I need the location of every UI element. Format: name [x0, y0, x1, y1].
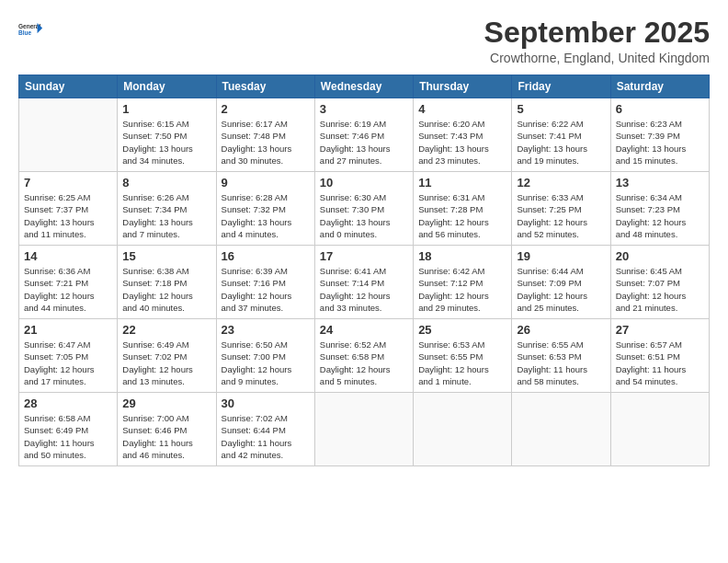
calendar-day-cell: 14Sunrise: 6:36 AM Sunset: 7:21 PM Dayli… — [19, 246, 118, 319]
calendar-day-cell: 16Sunrise: 6:39 AM Sunset: 7:16 PM Dayli… — [216, 246, 314, 319]
calendar-week-row: 21Sunrise: 6:47 AM Sunset: 7:05 PM Dayli… — [19, 319, 710, 393]
day-of-week-header: Friday — [512, 75, 610, 98]
day-number: 16 — [222, 249, 310, 263]
day-number: 7 — [24, 176, 112, 190]
day-of-week-header: Monday — [118, 75, 216, 98]
day-number: 12 — [517, 176, 605, 190]
day-number: 10 — [320, 176, 408, 190]
day-info: Sunrise: 6:17 AM Sunset: 7:48 PM Dayligh… — [222, 118, 310, 167]
calendar-day-cell: 29Sunrise: 7:00 AM Sunset: 6:46 PM Dayli… — [118, 393, 216, 466]
calendar-day-cell: 2Sunrise: 6:17 AM Sunset: 7:48 PM Daylig… — [216, 98, 314, 172]
day-info: Sunrise: 6:53 AM Sunset: 6:55 PM Dayligh… — [418, 339, 506, 387]
calendar-day-cell: 4Sunrise: 6:20 AM Sunset: 7:43 PM Daylig… — [414, 98, 512, 172]
day-number: 4 — [418, 102, 506, 116]
day-info: Sunrise: 6:22 AM Sunset: 7:41 PM Dayligh… — [517, 118, 605, 167]
day-info: Sunrise: 6:55 AM Sunset: 6:53 PM Dayligh… — [517, 339, 605, 387]
calendar-week-row: 28Sunrise: 6:58 AM Sunset: 6:49 PM Dayli… — [19, 393, 710, 466]
day-info: Sunrise: 6:44 AM Sunset: 7:09 PM Dayligh… — [517, 265, 605, 314]
calendar-week-row: 14Sunrise: 6:36 AM Sunset: 7:21 PM Dayli… — [19, 246, 710, 319]
title-block: September 2025 Crowthorne, England, Unit… — [484, 17, 710, 65]
day-info: Sunrise: 7:00 AM Sunset: 6:46 PM Dayligh… — [122, 412, 210, 461]
day-info: Sunrise: 6:15 AM Sunset: 7:50 PM Dayligh… — [122, 118, 210, 167]
calendar-day-cell: 10Sunrise: 6:30 AM Sunset: 7:30 PM Dayli… — [314, 172, 413, 246]
day-number: 18 — [418, 249, 506, 263]
day-of-week-header: Wednesday — [314, 75, 413, 98]
calendar-day-cell: 15Sunrise: 6:38 AM Sunset: 7:18 PM Dayli… — [118, 246, 216, 319]
calendar-day-cell: 27Sunrise: 6:57 AM Sunset: 6:51 PM Dayli… — [610, 319, 709, 393]
logo-icon: GeneralBlue — [18, 17, 44, 42]
day-info: Sunrise: 6:23 AM Sunset: 7:39 PM Dayligh… — [616, 118, 704, 167]
calendar-day-cell: 6Sunrise: 6:23 AM Sunset: 7:39 PM Daylig… — [610, 98, 709, 172]
day-info: Sunrise: 6:31 AM Sunset: 7:28 PM Dayligh… — [418, 191, 506, 240]
day-info: Sunrise: 6:30 AM Sunset: 7:30 PM Dayligh… — [320, 191, 408, 240]
day-number: 13 — [616, 176, 704, 190]
day-number: 14 — [24, 249, 112, 263]
month-title: September 2025 — [484, 17, 710, 49]
calendar-table: SundayMondayTuesdayWednesdayThursdayFrid… — [18, 75, 710, 466]
day-number: 8 — [122, 176, 210, 190]
calendar-day-cell — [610, 393, 709, 466]
day-info: Sunrise: 6:47 AM Sunset: 7:05 PM Dayligh… — [24, 339, 112, 387]
day-number: 28 — [24, 396, 112, 410]
page-header: GeneralBlue September 2025 Crowthorne, E… — [18, 17, 710, 65]
day-number: 1 — [122, 102, 210, 116]
calendar-day-cell: 13Sunrise: 6:34 AM Sunset: 7:23 PM Dayli… — [610, 172, 709, 246]
day-number: 20 — [616, 249, 704, 263]
day-info: Sunrise: 6:58 AM Sunset: 6:49 PM Dayligh… — [24, 412, 112, 461]
day-number: 25 — [418, 323, 506, 337]
day-info: Sunrise: 6:20 AM Sunset: 7:43 PM Dayligh… — [418, 118, 506, 167]
location-subtitle: Crowthorne, England, United Kingdom — [484, 51, 710, 65]
calendar-week-row: 7Sunrise: 6:25 AM Sunset: 7:37 PM Daylig… — [19, 172, 710, 246]
day-info: Sunrise: 6:19 AM Sunset: 7:46 PM Dayligh… — [320, 118, 408, 167]
day-of-week-header: Thursday — [414, 75, 512, 98]
day-info: Sunrise: 6:41 AM Sunset: 7:14 PM Dayligh… — [320, 265, 408, 314]
day-info: Sunrise: 6:52 AM Sunset: 6:58 PM Dayligh… — [320, 339, 408, 387]
day-info: Sunrise: 6:49 AM Sunset: 7:02 PM Dayligh… — [122, 339, 210, 387]
calendar-day-cell: 25Sunrise: 6:53 AM Sunset: 6:55 PM Dayli… — [414, 319, 512, 393]
calendar-day-cell: 3Sunrise: 6:19 AM Sunset: 7:46 PM Daylig… — [314, 98, 413, 172]
day-info: Sunrise: 6:28 AM Sunset: 7:32 PM Dayligh… — [222, 191, 310, 240]
day-info: Sunrise: 6:33 AM Sunset: 7:25 PM Dayligh… — [517, 191, 605, 240]
day-info: Sunrise: 6:25 AM Sunset: 7:37 PM Dayligh… — [24, 191, 112, 240]
day-number: 30 — [222, 396, 310, 410]
day-number: 6 — [616, 102, 704, 116]
day-of-week-header: Sunday — [19, 75, 118, 98]
day-number: 3 — [320, 102, 408, 116]
day-info: Sunrise: 6:50 AM Sunset: 7:00 PM Dayligh… — [222, 339, 310, 387]
calendar-day-cell: 28Sunrise: 6:58 AM Sunset: 6:49 PM Dayli… — [19, 393, 118, 466]
day-number: 24 — [320, 323, 408, 337]
day-number: 9 — [222, 176, 310, 190]
calendar-day-cell: 5Sunrise: 6:22 AM Sunset: 7:41 PM Daylig… — [512, 98, 610, 172]
calendar-day-cell: 22Sunrise: 6:49 AM Sunset: 7:02 PM Dayli… — [118, 319, 216, 393]
calendar-day-cell: 19Sunrise: 6:44 AM Sunset: 7:09 PM Dayli… — [512, 246, 610, 319]
calendar-day-cell: 18Sunrise: 6:42 AM Sunset: 7:12 PM Dayli… — [414, 246, 512, 319]
calendar-day-cell: 9Sunrise: 6:28 AM Sunset: 7:32 PM Daylig… — [216, 172, 314, 246]
calendar-day-cell — [414, 393, 512, 466]
day-number: 29 — [122, 396, 210, 410]
day-number: 5 — [517, 102, 605, 116]
calendar-day-cell — [314, 393, 413, 466]
day-number: 27 — [616, 323, 704, 337]
day-number: 11 — [418, 176, 506, 190]
calendar-day-cell: 23Sunrise: 6:50 AM Sunset: 7:00 PM Dayli… — [216, 319, 314, 393]
day-info: Sunrise: 6:38 AM Sunset: 7:18 PM Dayligh… — [122, 265, 210, 314]
day-number: 21 — [24, 323, 112, 337]
calendar-day-cell: 1Sunrise: 6:15 AM Sunset: 7:50 PM Daylig… — [118, 98, 216, 172]
calendar-day-cell: 21Sunrise: 6:47 AM Sunset: 7:05 PM Dayli… — [19, 319, 118, 393]
calendar-day-cell: 20Sunrise: 6:45 AM Sunset: 7:07 PM Dayli… — [610, 246, 709, 319]
calendar-day-cell: 17Sunrise: 6:41 AM Sunset: 7:14 PM Dayli… — [314, 246, 413, 319]
day-number: 23 — [222, 323, 310, 337]
calendar-day-cell: 7Sunrise: 6:25 AM Sunset: 7:37 PM Daylig… — [19, 172, 118, 246]
day-info: Sunrise: 6:34 AM Sunset: 7:23 PM Dayligh… — [616, 191, 704, 240]
calendar-day-cell: 11Sunrise: 6:31 AM Sunset: 7:28 PM Dayli… — [414, 172, 512, 246]
calendar-day-cell: 26Sunrise: 6:55 AM Sunset: 6:53 PM Dayli… — [512, 319, 610, 393]
day-info: Sunrise: 7:02 AM Sunset: 6:44 PM Dayligh… — [222, 412, 310, 461]
day-info: Sunrise: 6:45 AM Sunset: 7:07 PM Dayligh… — [616, 265, 704, 314]
calendar-week-row: 1Sunrise: 6:15 AM Sunset: 7:50 PM Daylig… — [19, 98, 710, 172]
calendar-day-cell: 30Sunrise: 7:02 AM Sunset: 6:44 PM Dayli… — [216, 393, 314, 466]
day-number: 26 — [517, 323, 605, 337]
day-of-week-header: Tuesday — [216, 75, 314, 98]
day-number: 17 — [320, 249, 408, 263]
day-of-week-header: Saturday — [610, 75, 709, 98]
day-number: 2 — [222, 102, 310, 116]
